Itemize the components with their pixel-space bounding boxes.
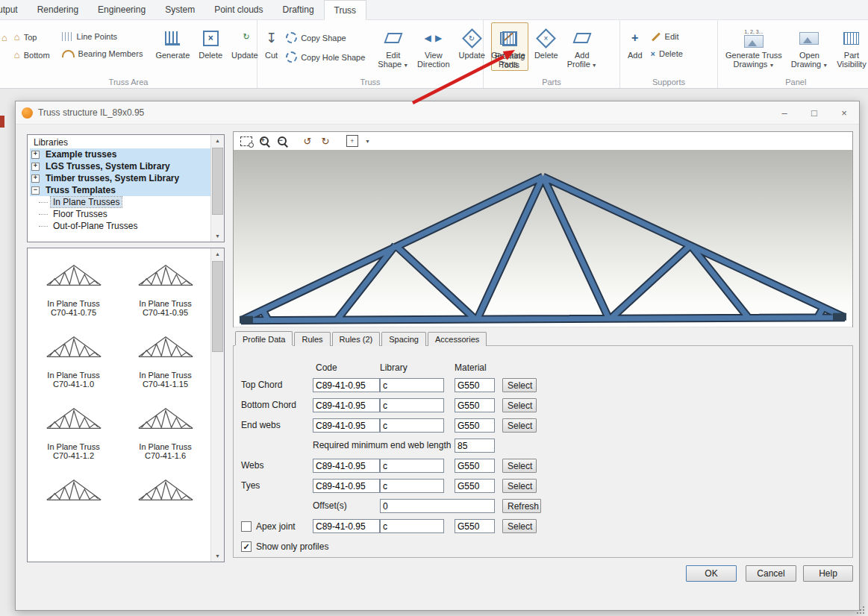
zoom-window-icon[interactable] bbox=[240, 134, 253, 148]
zoom-in-icon[interactable]: + bbox=[257, 134, 271, 148]
view-options-icon[interactable]: + bbox=[346, 134, 359, 148]
rotate-right-icon[interactable]: ↻ bbox=[319, 134, 332, 148]
bottom-chord-material-input[interactable] bbox=[455, 398, 495, 412]
cancel-button[interactable]: Cancel bbox=[746, 565, 796, 582]
webs-code-input[interactable] bbox=[313, 459, 380, 473]
top-chord-material-input[interactable] bbox=[455, 378, 495, 392]
scrollbar-thumb[interactable] bbox=[212, 261, 223, 352]
maximize-button[interactable]: □ bbox=[799, 101, 829, 124]
add-profile-button[interactable]: Add Profile▼ bbox=[564, 22, 600, 71]
tab-spacing[interactable]: Spacing bbox=[381, 332, 426, 346]
ribbon-tab-point-clouds[interactable]: Point clouds bbox=[204, 0, 272, 19]
open-drawing-button[interactable]: Open Drawing▼ bbox=[788, 22, 831, 71]
ribbon-tab-output[interactable]: utput bbox=[0, 0, 28, 19]
bottom-button[interactable]: ⌂ Bottom bbox=[12, 49, 52, 60]
edit-shape-button[interactable]: Edit Shape▼ bbox=[375, 22, 411, 71]
scroll-down-icon[interactable]: ▼ bbox=[211, 230, 224, 242]
webs-library-input[interactable] bbox=[380, 459, 444, 473]
scrollbar-thumb[interactable] bbox=[212, 148, 223, 215]
copy-shape-button[interactable]: Copy Shape bbox=[284, 31, 367, 44]
tree-item-timber-trusses[interactable]: + Timber trusses, System Library bbox=[30, 172, 211, 184]
tree-scrollbar[interactable]: ▲ ▼ bbox=[210, 135, 224, 242]
tree-item-out-of-plane-trusses[interactable]: Out-of-Plane Trusses bbox=[30, 220, 211, 232]
truss-template-item[interactable] bbox=[122, 466, 210, 514]
cut-button[interactable]: ↧ Cut bbox=[262, 22, 281, 60]
ok-button[interactable]: OK bbox=[686, 565, 737, 582]
scroll-up-icon[interactable]: ▲ bbox=[211, 248, 224, 260]
apex-joint-checkbox[interactable] bbox=[241, 521, 252, 532]
tab-rules[interactable]: Rules bbox=[294, 332, 330, 346]
apex-joint-code-input[interactable] bbox=[313, 519, 380, 533]
offset-input[interactable] bbox=[380, 499, 495, 513]
truss-template-item[interactable]: In Plane TrussC70-41-1.15 bbox=[122, 323, 210, 389]
expand-icon[interactable]: + bbox=[31, 151, 40, 159]
scroll-up-icon[interactable]: ▲ bbox=[211, 135, 224, 146]
generate-button[interactable]: Generate bbox=[152, 22, 193, 60]
truss-template-item[interactable] bbox=[30, 466, 118, 514]
top-button[interactable]: ⌂ Top bbox=[12, 31, 52, 43]
tab-accessories[interactable]: Accessories bbox=[428, 332, 487, 346]
show-only-profiles-checkbox[interactable]: ✓ bbox=[241, 541, 252, 552]
tyes-select-button[interactable]: Select bbox=[502, 479, 537, 493]
zoom-out-icon[interactable]: − bbox=[275, 134, 289, 148]
generate-truss-drawings-button[interactable]: 1, 2, 3... Generate Truss Drawings▼ bbox=[722, 22, 785, 71]
apex-joint-select-button[interactable]: Select bbox=[502, 519, 537, 533]
bottom-chord-library-input[interactable] bbox=[380, 398, 444, 412]
view-direction-button[interactable]: ◀ ▶ View Direction bbox=[414, 22, 452, 69]
tab-rules-2[interactable]: Rules (2) bbox=[332, 332, 381, 346]
apex-joint-material-input[interactable] bbox=[455, 519, 495, 533]
tree-item-example-trusses[interactable]: + Example trusses bbox=[30, 148, 211, 160]
truss-template-item[interactable]: In Plane TrussC70-41-1.2 bbox=[30, 395, 118, 460]
part-visibility-button[interactable]: Part Visibility bbox=[834, 22, 868, 69]
view-options-dropdown-icon[interactable]: ▼ bbox=[365, 139, 370, 144]
copy-hole-shape-button[interactable]: Copy Hole Shape bbox=[284, 51, 367, 63]
min-end-web-length-input[interactable] bbox=[455, 439, 495, 453]
apex-joint-library-input[interactable] bbox=[380, 519, 444, 533]
tab-profile-data[interactable]: Profile Data bbox=[235, 331, 293, 345]
tree-item-truss-templates[interactable]: − Truss Templates bbox=[30, 184, 211, 196]
line-points-button[interactable]: Line Points bbox=[60, 31, 146, 42]
add-support-button[interactable]: + Add bbox=[625, 22, 646, 60]
bottom-chord-select-button[interactable]: Select bbox=[502, 398, 537, 412]
expand-icon[interactable]: + bbox=[31, 175, 40, 183]
truss-template-item[interactable]: In Plane TrussC70-41-0.95 bbox=[122, 251, 210, 317]
minimize-button[interactable]: – bbox=[769, 101, 799, 124]
delete-support-button[interactable]: × Delete bbox=[649, 48, 685, 59]
delete-truss-button[interactable]: × Delete bbox=[196, 22, 225, 60]
webs-material-input[interactable] bbox=[455, 459, 495, 473]
collapse-icon[interactable]: − bbox=[31, 186, 40, 195]
tree-item-lgs-trusses[interactable]: + LGS Trusses, System Library bbox=[30, 160, 211, 172]
bearing-members-button[interactable]: Bearing Members bbox=[60, 48, 146, 59]
end-webs-select-button[interactable]: Select bbox=[502, 418, 537, 433]
edit-support-button[interactable]: Edit bbox=[649, 31, 685, 42]
tyes-material-input[interactable] bbox=[455, 479, 495, 493]
bottom-chord-code-input[interactable] bbox=[313, 398, 380, 412]
expand-icon[interactable]: + bbox=[31, 163, 40, 171]
truss-template-item[interactable]: In Plane TrussC70-41-0.75 bbox=[30, 251, 118, 317]
close-button[interactable]: × bbox=[829, 101, 859, 124]
truss-3d-view[interactable] bbox=[234, 150, 852, 327]
dialog-titlebar[interactable]: Truss structure IL_89x0.95 – □ × bbox=[16, 101, 859, 125]
scroll-down-icon[interactable]: ▼ bbox=[211, 550, 224, 562]
ribbon-tab-rendering[interactable]: Rendering bbox=[28, 0, 88, 19]
tyes-library-input[interactable] bbox=[380, 479, 444, 493]
top-chord-select-button[interactable]: Select bbox=[502, 378, 537, 392]
help-button[interactable]: Help bbox=[803, 565, 853, 582]
end-webs-material-input[interactable] bbox=[455, 418, 495, 433]
end-webs-library-input[interactable] bbox=[380, 418, 444, 433]
ribbon-tab-system[interactable]: System bbox=[155, 0, 204, 19]
top-chord-library-input[interactable] bbox=[380, 378, 444, 392]
top-chord-code-input[interactable] bbox=[313, 378, 380, 392]
tree-item-in-plane-trusses[interactable]: In Plane Trusses bbox=[30, 196, 211, 208]
delete-parts-button[interactable]: × Delete bbox=[531, 22, 561, 60]
rotate-left-icon[interactable]: ↺ bbox=[301, 134, 314, 148]
ribbon-tab-drafting[interactable]: Drafting bbox=[273, 0, 324, 19]
thumbnails-scrollbar[interactable]: ▲ ▼ bbox=[210, 248, 224, 562]
ribbon-tab-truss[interactable]: Truss bbox=[324, 0, 367, 20]
update-truss-area-button[interactable]: ↻ Update bbox=[228, 22, 260, 60]
truss-template-item[interactable]: In Plane TrussC70-41-1.0 bbox=[30, 323, 118, 389]
ribbon-tab-engineering[interactable]: Engineering bbox=[88, 0, 155, 19]
generate-parts-button[interactable]: Generate Parts bbox=[488, 22, 528, 69]
refresh-button[interactable]: Refresh bbox=[502, 499, 541, 513]
webs-select-button[interactable]: Select bbox=[502, 459, 537, 473]
